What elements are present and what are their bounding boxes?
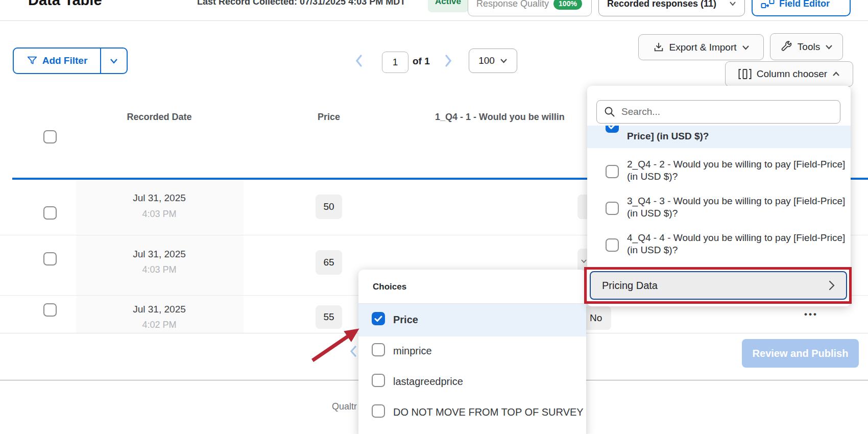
response-quality-badge: 100%: [553, 0, 582, 10]
cell-recorded-date: Jul 31, 2025: [133, 304, 186, 315]
qualtrics-watermark: Qualtr: [332, 401, 357, 412]
field-editor-button[interactable]: Field Editor: [752, 0, 851, 16]
column-item-label: Price] (in USD $)?: [627, 130, 848, 142]
annotation-arrow: [304, 319, 378, 370]
top-divider: [0, 20, 868, 21]
export-import-button[interactable]: Export & Import: [638, 34, 764, 60]
select-all-checkbox[interactable]: [43, 130, 57, 143]
page-number-input[interactable]: [382, 52, 408, 73]
row-checkbox[interactable]: [43, 303, 57, 317]
column-item-selected-partial[interactable]: Price] (in USD $)?: [587, 126, 851, 148]
next-page-button[interactable]: [444, 54, 453, 67]
column-item-label[interactable]: 3_Q4 - 3 - Would you be willing to pay […: [627, 195, 848, 220]
export-import-label: Export & Import: [669, 42, 737, 53]
recorded-responses-label: Recorded responses (11): [607, 0, 716, 9]
add-filter-menu-button[interactable]: [101, 49, 127, 73]
filter-icon: [27, 55, 38, 66]
choice-checkbox-do-not-move[interactable]: [372, 404, 385, 418]
data-table-page: Data Table Last Record Collected: 07/31/…: [0, 0, 868, 434]
add-filter-split-button: Add Filter: [13, 47, 128, 74]
page-title: Data Table: [28, 0, 102, 9]
status-badge: Active: [428, 0, 468, 12]
cell-recorded-time: 4:03 PM: [142, 209, 176, 220]
choice-option-label[interactable]: minprice: [393, 345, 432, 357]
cell-answer[interactable]: No: [586, 306, 611, 330]
row-actions-button[interactable]: •••: [804, 309, 818, 320]
wrench-icon: [780, 41, 792, 53]
column-header-recorded-date[interactable]: Recorded Date: [127, 112, 191, 123]
previous-page-button[interactable]: [354, 54, 364, 67]
cell-price[interactable]: 50: [316, 195, 342, 219]
choice-option-label[interactable]: Price: [393, 314, 418, 326]
row-checkbox[interactable]: [43, 252, 57, 266]
tools-label: Tools: [798, 41, 820, 53]
recorded-responses-dropdown[interactable]: Recorded responses (11): [598, 0, 745, 16]
download-icon: [653, 42, 664, 53]
last-record-collected-text: Last Record Collected: 07/31/2025 4:03 P…: [197, 0, 405, 7]
search-box[interactable]: [596, 100, 840, 124]
choices-menu: Choices Price minprice lastagreedprice D…: [358, 270, 586, 434]
field-editor-label: Field Editor: [779, 0, 830, 9]
page-count-label: of 1: [413, 56, 430, 67]
choice-option-selected-bg[interactable]: [358, 304, 586, 336]
page-size-dropdown[interactable]: 100: [469, 49, 517, 73]
add-filter-button[interactable]: Add Filter: [14, 49, 101, 73]
chevron-down-icon: [500, 58, 508, 63]
chevron-down-icon: [742, 45, 750, 50]
response-quality-label: Response Quality: [476, 0, 549, 9]
cell-recorded-date: Jul 31, 2025: [133, 192, 186, 204]
column-header-q4[interactable]: 1_Q4 - 1 - Would you be willin: [435, 112, 588, 123]
chevron-down-icon: [825, 44, 833, 50]
cell-recorded-date: Jul 31, 2025: [133, 249, 186, 260]
chevron-up-icon: [832, 71, 840, 77]
column-chooser-label: Column chooser: [757, 68, 827, 80]
choice-option-label[interactable]: DO NOT MOVE FROM TOP OF SURVEY: [393, 406, 584, 418]
check-icon: [608, 126, 616, 130]
choice-checkbox-lastagreedprice[interactable]: [372, 374, 385, 387]
column-chooser-button[interactable]: Column chooser: [725, 61, 853, 87]
column-checkbox[interactable]: [606, 165, 619, 178]
review-and-publish-button[interactable]: Review and Publish: [742, 339, 859, 368]
column-item-label[interactable]: 4_Q4 - 4 - Would you be willing to pay […: [627, 232, 848, 256]
choice-option-label[interactable]: lastagreedprice: [393, 376, 463, 388]
column-item-label[interactable]: 2_Q4 - 2 - Would you be willing to pay […: [627, 158, 848, 183]
chevron-down-icon: [581, 259, 587, 263]
cell-recorded-time: 4:03 PM: [142, 264, 176, 275]
chevron-down-icon: [729, 1, 736, 6]
search-input[interactable]: [621, 106, 833, 117]
response-quality-button[interactable]: Response Quality 100%: [468, 0, 592, 16]
add-filter-label: Add Filter: [42, 55, 88, 66]
page-size-value: 100: [478, 55, 495, 66]
column-checkbox-checked[interactable]: [606, 126, 619, 133]
cell-recorded-time: 4:02 PM: [142, 320, 176, 330]
choices-menu-title: Choices: [373, 282, 406, 292]
cell-price[interactable]: 65: [316, 250, 342, 275]
column-checkbox[interactable]: [606, 238, 619, 252]
columns-icon: [738, 69, 752, 79]
column-checkbox[interactable]: [606, 202, 619, 215]
field-editor-icon: [761, 0, 775, 9]
row-checkbox[interactable]: [43, 206, 57, 220]
column-header-price[interactable]: Price: [318, 112, 340, 123]
search-icon: [604, 106, 615, 117]
tools-button[interactable]: Tools: [770, 33, 843, 60]
annotation-highlight-pricing-data: [584, 267, 852, 304]
